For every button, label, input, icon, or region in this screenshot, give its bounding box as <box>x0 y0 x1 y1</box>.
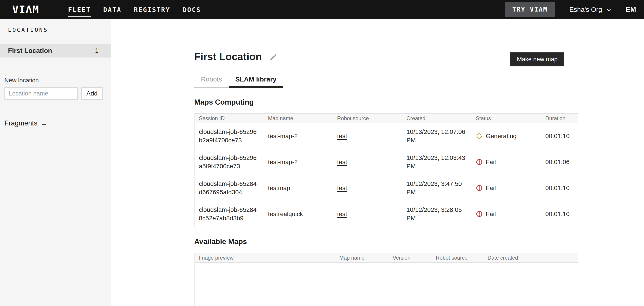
fail-alert-icon <box>476 211 483 217</box>
table-row: cloudslam-job-65284d667695afd304 testmap… <box>195 175 578 201</box>
top-navigation-bar: VIΛM FLEET DATA REGISTRY DOCS TRY VIAM E… <box>0 0 644 19</box>
column-header: Date created <box>483 255 578 261</box>
column-header: Version <box>388 255 432 261</box>
created-cell: 10/12/2023, 3:28:05 PM <box>406 206 462 222</box>
viam-logo[interactable]: VIΛM <box>12 3 39 15</box>
duration-cell: 00:01:06 <box>545 159 570 165</box>
org-switcher[interactable]: Esha's Org <box>569 6 612 13</box>
new-location-section: New location Add <box>0 68 111 100</box>
location-robot-count: 1 <box>95 47 98 54</box>
maps-computing-heading: Maps Computing <box>194 98 578 106</box>
column-header: Session ID <box>195 115 264 121</box>
fail-alert-icon <box>476 185 483 191</box>
column-header: Duration <box>541 115 578 121</box>
map-name-cell: test-map-2 <box>268 159 298 165</box>
new-location-label: New location <box>4 77 106 84</box>
session-id-cell: cloudslam-job-65296b2a9f4700ce73 <box>199 128 259 145</box>
table-row: cloudslam-job-65296b2a9f4700ce73 test-ma… <box>195 123 578 149</box>
status-label: Fail <box>486 158 496 166</box>
main-content: First Location Make new map Robots SLAM … <box>111 19 644 306</box>
table-row: cloudslam-job-65296a5f9f4700ce73 test-ma… <box>195 149 578 175</box>
location-name: First Location <box>8 47 52 54</box>
user-avatar-initials[interactable]: EM <box>626 5 636 13</box>
robot-source-link[interactable]: test <box>337 133 347 139</box>
robot-source-link[interactable]: test <box>337 211 347 217</box>
available-maps-table-header: Image preview Map name Version Robot sou… <box>195 253 578 263</box>
duration-cell: 00:01:10 <box>545 133 570 139</box>
session-id-cell: cloudslam-job-65296a5f9f4700ce73 <box>199 154 259 171</box>
page-title: First Location <box>194 51 262 63</box>
column-header: Image preview <box>195 255 335 261</box>
column-header: Created <box>402 115 472 121</box>
location-name-input[interactable] <box>4 87 78 100</box>
map-name-cell: testrealquick <box>268 211 303 217</box>
nav-fleet[interactable]: FLEET <box>68 2 91 17</box>
map-name-cell: testmap <box>268 185 290 191</box>
fragments-label: Fragments <box>4 119 37 127</box>
created-cell: 10/12/2023, 3:47:50 PM <box>406 180 462 196</box>
locations-heading: LOCATIONS <box>0 27 111 33</box>
tab-slam-library[interactable]: SLAM library <box>229 72 283 88</box>
generating-refresh-icon <box>476 133 483 139</box>
robot-source-link[interactable]: test <box>337 185 347 191</box>
status-label: Generating <box>486 132 517 140</box>
chevron-down-icon <box>606 7 612 13</box>
session-id-cell: cloudslam-job-652848c52e7ab8d3b9 <box>199 206 259 223</box>
nav-registry[interactable]: REGISTRY <box>134 2 170 17</box>
map-name-cell: test-map-2 <box>268 133 298 139</box>
maps-computing-table: Session ID Map name Robot source Created… <box>194 113 578 227</box>
robot-source-link[interactable]: test <box>337 159 347 165</box>
org-name: Esha's Org <box>569 6 602 13</box>
fragments-link[interactable]: Fragments → <box>4 119 47 127</box>
try-viam-button[interactable]: TRY VIAM <box>505 2 555 17</box>
available-maps-table: Image preview Map name Version Robot sou… <box>194 253 578 306</box>
fail-alert-icon <box>476 159 483 165</box>
duration-cell: 00:01:10 <box>545 185 570 191</box>
arrow-right-icon: → <box>40 119 47 127</box>
column-header: Map name <box>335 255 388 261</box>
locations-sidebar: LOCATIONS First Location 1 New location … <box>0 19 111 306</box>
edit-pencil-icon[interactable] <box>269 53 277 61</box>
location-tabs: Robots SLAM library <box>194 72 283 88</box>
available-maps-heading: Available Maps <box>194 237 578 246</box>
created-cell: 10/13/2023, 12:03:43 PM <box>406 154 465 170</box>
available-maps-empty-body <box>195 263 578 306</box>
created-cell: 10/13/2023, 12:07:06 PM <box>406 128 465 144</box>
maps-computing-table-header: Session ID Map name Robot source Created… <box>195 113 578 123</box>
status-label: Fail <box>486 210 496 218</box>
primary-nav: FLEET DATA REGISTRY DOCS <box>68 2 201 17</box>
column-header: Robot source <box>432 255 483 261</box>
nav-docs[interactable]: DOCS <box>183 2 201 17</box>
make-new-map-button[interactable]: Make new map <box>510 52 564 66</box>
column-header: Robot source <box>333 115 402 121</box>
column-header: Map name <box>264 115 333 121</box>
column-header: Status <box>472 115 541 121</box>
sidebar-item-first-location[interactable]: First Location 1 <box>0 44 111 57</box>
table-row: cloudslam-job-652848c52e7ab8d3b9 testrea… <box>195 201 578 227</box>
status-label: Fail <box>486 184 496 192</box>
duration-cell: 00:01:10 <box>545 211 570 217</box>
maps-computing-rows: cloudslam-job-65296b2a9f4700ce73 test-ma… <box>195 123 578 227</box>
nav-data[interactable]: DATA <box>103 2 122 17</box>
topbar-divider <box>53 3 53 15</box>
tab-robots[interactable]: Robots <box>194 72 229 88</box>
session-id-cell: cloudslam-job-65284d667695afd304 <box>199 180 259 197</box>
add-location-button[interactable]: Add <box>81 87 103 100</box>
topbar-right-group: TRY VIAM Esha's Org EM <box>505 2 637 17</box>
